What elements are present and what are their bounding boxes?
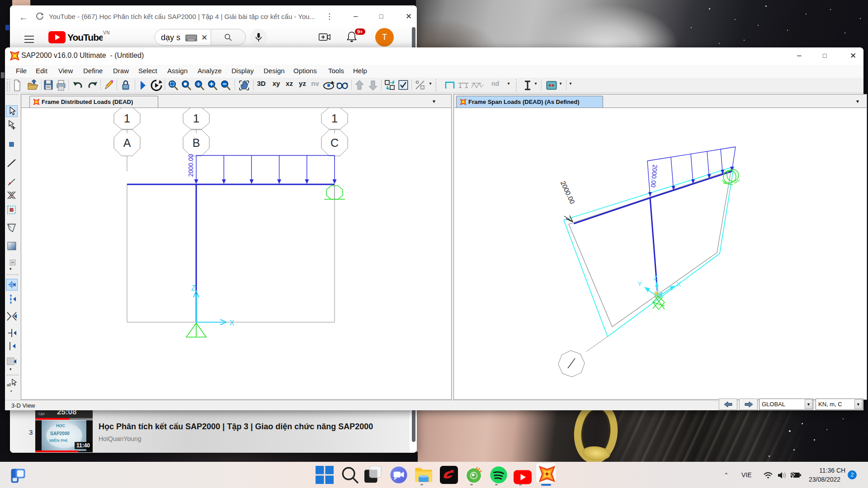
svg-text:Z: Z xyxy=(653,274,657,282)
svg-text:B: B xyxy=(193,136,200,149)
svg-text:1: 1 xyxy=(124,112,130,125)
svg-text:2000.00: 2000.00 xyxy=(650,164,659,188)
svg-text:2000.00: 2000.00 xyxy=(187,154,194,177)
svg-text:1: 1 xyxy=(331,112,338,125)
svg-text:2000.00: 2000.00 xyxy=(559,180,576,205)
svg-text:C: C xyxy=(330,136,339,149)
svg-text:Z: Z xyxy=(191,284,196,292)
svg-text:Y: Y xyxy=(637,280,642,287)
svg-text:X: X xyxy=(676,280,681,288)
svg-text:X: X xyxy=(229,319,234,327)
svg-text:A: A xyxy=(123,136,131,149)
svg-text:all: all xyxy=(7,383,11,387)
svg-text:1: 1 xyxy=(193,112,199,125)
svg-text:YouTube: YouTube xyxy=(67,32,103,42)
